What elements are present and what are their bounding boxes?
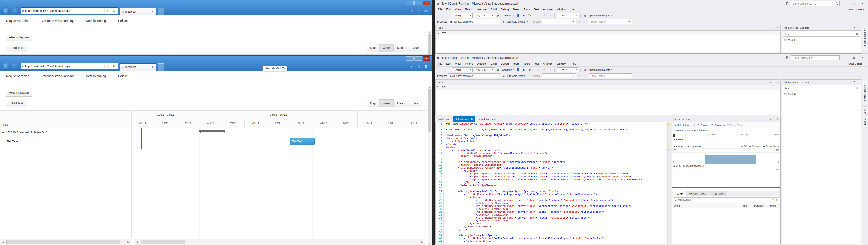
- tasks-list[interactable]: [436, 90, 780, 115]
- collapse-all-button[interactable]: Alles inklappen: [6, 89, 32, 96]
- menu-item[interactable]: Analyze: [541, 62, 555, 65]
- view-button[interactable]: Week: [379, 99, 394, 107]
- close-button[interactable]: ✕: [423, 56, 430, 61]
- view-button[interactable]: Jaar: [410, 44, 423, 52]
- menu-item[interactable]: Window: [555, 62, 568, 65]
- page-scrollbar[interactable]: ▲▼: [428, 86, 432, 245]
- refresh-icon[interactable]: ↻: [437, 31, 439, 35]
- lifecycle-events-label[interactable]: Lifecycle Events: [507, 20, 525, 23]
- browser-tab[interactable]: e localhost ✕: [120, 8, 156, 16]
- thread-dropdown[interactable]: ▾: [542, 73, 576, 79]
- stack-frame-dropdown[interactable]: Stack Frame▾: [589, 73, 632, 79]
- column-header[interactable]: Time: [740, 204, 753, 207]
- browser-tab[interactable]: e localhost ✕: [120, 63, 156, 71]
- expand-icon[interactable]: ◢: [673, 165, 675, 167]
- menu-item[interactable]: Website: [475, 8, 489, 11]
- quick-launch-box[interactable]: Quick Launch (Ctrl+Q): [791, 55, 839, 60]
- autohide-tab[interactable]: Solution Explorer: [863, 26, 867, 50]
- restart-icon[interactable]: ↻: [527, 13, 532, 18]
- menu-item[interactable]: Help: [568, 8, 578, 11]
- restart-icon[interactable]: ↻: [527, 68, 532, 72]
- menu-item[interactable]: Build: [489, 62, 499, 65]
- scrollbar-thumb[interactable]: [428, 89, 431, 132]
- window-position-icon[interactable]: ▾: [770, 118, 771, 120]
- add-task-button[interactable]: + Add Task: [6, 44, 27, 52]
- close-tab-icon[interactable]: ✕: [152, 65, 154, 69]
- document-tab[interactable]: web.config: [436, 116, 453, 122]
- step-over-icon[interactable]: ↷: [542, 68, 547, 72]
- document-tab[interactable]: Default.aspx✕: [453, 116, 475, 122]
- close-panel-icon[interactable]: ✕: [777, 118, 779, 120]
- events-search-input[interactable]: [675, 198, 771, 201]
- memory-section-header[interactable]: ◢ Process Memory (MB) GCSnapshotPrivate …: [672, 145, 780, 149]
- menu-item[interactable]: Debug: [499, 62, 510, 65]
- refresh-icon[interactable]: ↻: [111, 64, 117, 68]
- menu-item[interactable]: Website: [475, 62, 489, 65]
- zoom-out-button[interactable]: Zoom Out: [711, 124, 725, 126]
- home-icon[interactable]: ⌂: [411, 64, 413, 69]
- menu-item[interactable]: Team: [511, 8, 522, 11]
- step-out-icon[interactable]: ↰: [548, 68, 553, 72]
- tme-panel-header[interactable]: Tabular Model Explorer ▾ ✕: [782, 80, 861, 85]
- minimize-button[interactable]: –: [842, 1, 848, 6]
- navigate-forward-icon[interactable]: →: [443, 68, 447, 72]
- diagnostics-panel-header[interactable]: Diagnostic Tools ▾ ✕: [672, 116, 780, 122]
- nav-menu-item[interactable]: Nog Te Verdelen: [6, 74, 29, 78]
- memory-chart[interactable]: 103 0 103 0: [672, 149, 780, 164]
- flags-icon[interactable]: ⚑⚑: [442, 31, 446, 35]
- column-header[interactable]: Duration: [753, 204, 767, 207]
- notifications-flag-icon[interactable]: [786, 56, 789, 60]
- legend-item[interactable]: Snapshot: [749, 145, 761, 148]
- tme-search-box[interactable]: [783, 86, 860, 91]
- navigate-forward-icon[interactable]: →: [443, 13, 447, 18]
- vs-titlebar[interactable]: ∞ TelerikGannt (Running) - Microsoft Vis…: [435, 0, 868, 7]
- menu-item[interactable]: View: [453, 62, 463, 65]
- code-editor[interactable]: 1<%@ Page Language="C#" AutoEventWireup=…: [435, 122, 671, 244]
- nav-menu-item[interactable]: Detailplanning: [86, 19, 106, 23]
- expand-icon[interactable]: ◢: [673, 145, 675, 148]
- nav-menu-item[interactable]: VerkoopOrderPlanning: [41, 74, 74, 78]
- view-button[interactable]: Dag: [367, 44, 379, 52]
- close-button[interactable]: ✕: [859, 1, 866, 6]
- flag-thread-icon[interactable]: ⚑: [577, 74, 582, 78]
- tme-search-input[interactable]: [784, 33, 855, 35]
- menu-item[interactable]: View: [453, 8, 463, 11]
- settings-icon[interactable]: ⚙: [424, 64, 428, 69]
- scrollbar-thumb[interactable]: [428, 34, 431, 54]
- tme-panel-header[interactable]: Tabular Model Explorer ▾ ✕: [782, 25, 861, 31]
- maximize-button[interactable]: ▭: [850, 56, 857, 60]
- solution-platforms-dropdown[interactable]: Any CPU▾: [474, 13, 495, 18]
- continue-button[interactable]: ▶: [496, 68, 501, 72]
- close-tab-icon[interactable]: ✕: [471, 118, 473, 120]
- nav-menu-item[interactable]: Nog Te Verdelen: [6, 19, 29, 23]
- view-button[interactable]: Week: [379, 44, 394, 52]
- diagnostics-tab[interactable]: Events: [673, 191, 686, 196]
- collapse-all-button[interactable]: Alles inklappen: [6, 33, 32, 41]
- user-account-button[interactable]: Wap Cobier▾: [849, 62, 867, 65]
- view-button[interactable]: Maand: [394, 99, 410, 107]
- lifecycle-events-icon[interactable]: ●: [502, 20, 506, 24]
- close-tab-icon[interactable]: ✕: [152, 10, 154, 13]
- scroll-right-icon[interactable]: ▶: [126, 241, 131, 243]
- expand-icon[interactable]: ◢: [673, 138, 675, 141]
- cpu-chart[interactable]: 100 0 100 0: [672, 168, 780, 188]
- close-button[interactable]: ✕: [859, 56, 866, 60]
- pin-icon[interactable]: [773, 27, 775, 29]
- solution-configurations-dropdown[interactable]: Debug▾: [452, 67, 473, 72]
- expand-icon[interactable]: ▸: [0, 131, 6, 134]
- doctype-dropdown[interactable]: HTML 4.01▾: [557, 13, 579, 18]
- select-tools-button[interactable]: Select Tools▾: [674, 124, 692, 126]
- nav-menu-item[interactable]: Detailplanning: [86, 74, 106, 78]
- application-insights-label[interactable]: Application Insights: [589, 68, 610, 71]
- new-tab-button[interactable]: [158, 8, 164, 16]
- autohide-tab[interactable]: Team Explorer: [863, 52, 867, 54]
- window-position-icon[interactable]: ▾: [851, 27, 852, 29]
- maximize-button[interactable]: ▭: [850, 1, 857, 6]
- refresh-icon[interactable]: ↻: [111, 9, 117, 12]
- window-position-icon[interactable]: ▾: [770, 81, 771, 83]
- navigate-back-icon[interactable]: ←: [437, 13, 442, 18]
- menu-item[interactable]: Tools: [522, 62, 532, 65]
- menu-item[interactable]: Edit: [444, 62, 453, 65]
- legend-item[interactable]: Private Bytes: [763, 145, 779, 148]
- events-search-box[interactable]: [673, 197, 779, 202]
